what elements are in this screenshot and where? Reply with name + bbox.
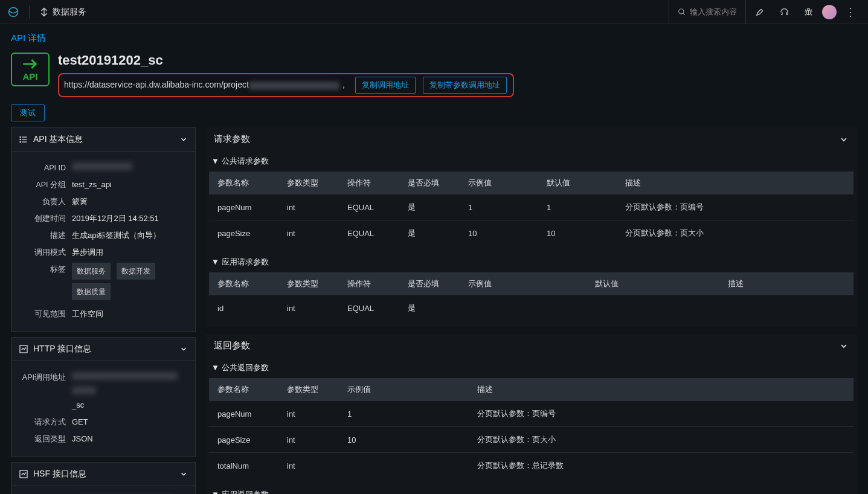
chevron-down-icon [839,135,849,144]
label-api-id: API ID [19,161,66,175]
value-owner: 簌篱 [72,195,188,208]
th-desc: 描述 [719,272,854,295]
request-title: 请求参数 [214,133,250,145]
label-desc: 描述 [19,229,66,242]
th-sample: 示例值 [460,272,587,295]
panel-hsf-title: HSF 接口信息 [33,469,86,480]
table-public-req: 参数名称 参数类型 操作符 是否必填 示例值 默认值 描述 pageNumint… [209,172,854,246]
response-title: 返回参数 [214,340,250,351]
table-row: pageNumintEQUAL是11分页默认参数：页编号 [209,194,854,220]
panel-http: HTTP 接口信息 API调用地址 _sc 请求方式GET 返回类型JSON [11,337,196,457]
svg-point-1 [679,8,684,13]
label-tags: 标签 [19,263,66,276]
panel-http-head[interactable]: HTTP 接口信息 [11,338,195,361]
api-url: https://dataservice-api.dw.alibaba-inc.c… [64,80,348,91]
value-tags: 数据服务 数据开发 数据质量 [72,263,188,304]
label-api-group: API 分组 [19,178,66,191]
page: API 详情 API test20191202_sc https://datas… [0,24,868,494]
copy-url-params-button[interactable]: 复制带参数调用地址 [423,77,507,94]
panel-response: 返回参数 ▼公共返回参数 参数名称 参数类型 示例值 描述 pageNumint… [205,334,857,494]
th-type: 参数类型 [278,172,339,194]
search-box[interactable]: 输入搜索内容 [669,0,746,24]
test-button[interactable]: 测试 [11,104,45,121]
th-name: 参数名称 [209,172,278,194]
table-row: idintEQUAL是 [209,295,854,321]
label-created: 创建时间 [19,212,66,225]
product-icon [39,7,49,17]
th-desc: 描述 [617,172,854,194]
th-default: 默认值 [538,172,617,194]
th-desc: 描述 [469,378,854,401]
panel-http-title: HTTP 接口信息 [33,344,91,354]
copy-url-button[interactable]: 复制调用地址 [355,77,416,94]
value-api-id [72,161,188,175]
chart-icon [19,469,28,479]
subhead-public-res[interactable]: ▼公共返回参数 [205,358,857,378]
th-required: 是否必填 [399,172,460,194]
panel-basic-head[interactable]: API 基本信息 [11,128,195,152]
topbar: 数据服务 输入搜索内容 ⋮ [0,0,868,24]
table-app-req: 参数名称 参数类型 操作符 是否必填 示例值 默认值 描述 idintEQUAL… [209,272,854,321]
chevron-down-icon [179,135,188,144]
value-http-ret: JSON [72,432,188,446]
th-sample: 示例值 [460,172,538,194]
tag-item[interactable]: 数据质量 [72,283,111,300]
bug-icon[interactable] [798,0,818,24]
search-placeholder: 输入搜索内容 [690,7,737,18]
headset-icon[interactable] [774,0,794,24]
label-mode: 调用模式 [19,246,66,259]
subhead-app-res[interactable]: ▼应用返回参数 [205,484,857,494]
value-mode: 异步调用 [72,246,188,259]
th-required: 是否必填 [399,272,460,295]
subhead-public-req[interactable]: ▼公共请求参数 [205,151,857,172]
api-header: API test20191202_sc https://dataservice-… [11,53,857,97]
product-title[interactable]: 数据服务 [39,7,86,18]
panel-request-head[interactable]: 请求参数 [205,127,857,151]
list-icon [19,135,28,144]
chevron-down-icon [179,470,188,478]
url-prefix: https://dataservice-api.dw.alibaba-inc.c… [64,80,249,89]
panel-request: 请求参数 ▼公共请求参数 参数名称 参数类型 操作符 是否必填 示例值 默认值 … [205,127,857,327]
th-op: 操作符 [339,272,399,295]
label-http-ret: 返回类型 [19,432,66,446]
th-name: 参数名称 [209,272,278,295]
value-http-url: _sc [72,371,188,412]
url-comma: ， [339,80,348,89]
api-badge-text: API [22,71,37,82]
panel-hsf: HSF 接口信息 接口名称 版本1.0.0.pre GroupDataServi… [11,462,196,494]
value-http-method: GET [72,415,188,429]
panel-basic: API 基本信息 API ID API 分组test_zs_api 负责人簌篱 … [11,127,196,332]
arrow-right-icon [22,58,39,70]
table-row: pageSizeintEQUAL是1010分页默认参数：页大小 [209,220,854,246]
more-icon[interactable]: ⋮ [840,0,861,24]
subhead-app-req[interactable]: ▼应用请求参数 [205,252,857,272]
value-api-group: test_zs_api [72,178,188,191]
api-badge: API [11,53,50,86]
table-row: totalNumint分页默认参数：总记录数 [209,453,854,479]
label-scope: 可见范围 [19,307,66,321]
value-desc: 生成api标签测试（向导） [72,229,188,242]
tag-item[interactable]: 数据开发 [117,263,155,280]
th-type: 参数类型 [278,378,339,401]
page-title: API 详情 [11,33,857,44]
panel-response-head[interactable]: 返回参数 [205,334,857,358]
chart-icon [19,344,28,354]
svg-point-11 [20,141,21,142]
url-redacted [249,82,339,90]
main-column: 请求参数 ▼公共请求参数 参数名称 参数类型 操作符 是否必填 示例值 默认值 … [205,127,857,494]
value-created: 2019年12月2日 14:52:51 [72,212,188,225]
url-row: https://dataservice-api.dw.alibaba-inc.c… [58,73,514,97]
side-column: API 基本信息 API ID API 分组test_zs_api 负责人簌篱 … [11,127,196,494]
svg-line-2 [683,13,685,14]
svg-point-9 [20,136,21,137]
value-scope: 工作空间 [72,307,188,321]
panel-basic-title: API 基本信息 [33,134,83,145]
avatar[interactable] [822,5,837,19]
api-name: test20191202_sc [58,53,857,68]
logo-icon[interactable] [7,6,19,18]
tool-icon[interactable] [750,0,770,24]
panel-hsf-head[interactable]: HSF 接口信息 [11,463,195,486]
table-row: pageNumint1分页默认参数：页编号 [209,401,854,427]
tag-item[interactable]: 数据服务 [72,263,111,280]
chevron-down-icon [839,341,849,351]
